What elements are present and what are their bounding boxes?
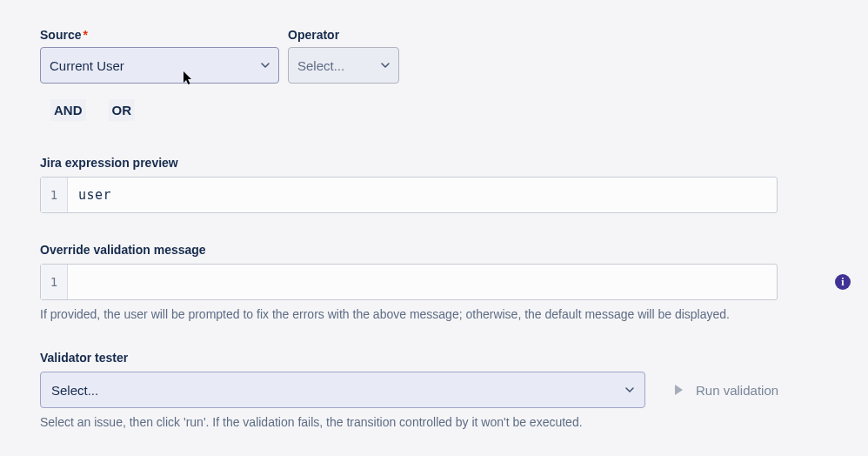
- validator-tester-section: Validator tester Select... Run validatio…: [40, 351, 828, 429]
- logic-operators: AND OR: [40, 99, 828, 121]
- override-label: Override validation message: [40, 243, 828, 257]
- override-helper-text: If provided, the user will be prompted t…: [40, 307, 828, 321]
- chevron-down-icon: [381, 61, 390, 70]
- play-icon: [671, 383, 685, 397]
- or-button[interactable]: OR: [109, 99, 136, 121]
- override-value: [68, 265, 777, 299]
- source-select-value: Current User: [50, 58, 124, 73]
- line-number: 1: [41, 178, 68, 212]
- source-label: Source*: [40, 28, 279, 42]
- override-message-section: Override validation message 1 i If provi…: [40, 243, 828, 321]
- operator-field-group: Operator Select...: [288, 28, 399, 84]
- expression-preview-section: Jira expression preview 1 user: [40, 156, 828, 213]
- operator-placeholder: Select...: [297, 58, 344, 73]
- run-validation-label: Run validation: [696, 383, 778, 398]
- chevron-down-icon: [625, 386, 634, 394]
- source-field-group: Source* Current User: [40, 28, 279, 84]
- line-number: 1: [41, 265, 68, 299]
- source-select[interactable]: Current User: [40, 47, 279, 84]
- run-validation-button[interactable]: Run validation: [663, 376, 787, 405]
- required-asterisk: *: [83, 28, 87, 42]
- expression-preview-box[interactable]: 1 user: [40, 177, 778, 213]
- chevron-down-icon: [261, 61, 270, 70]
- operator-select[interactable]: Select...: [288, 47, 399, 84]
- tester-label: Validator tester: [40, 351, 828, 365]
- mouse-cursor-icon: [183, 70, 195, 86]
- info-icon[interactable]: i: [835, 274, 851, 290]
- source-label-text: Source: [40, 28, 81, 42]
- operator-label: Operator: [288, 28, 399, 42]
- tester-issue-select[interactable]: Select...: [40, 372, 645, 408]
- tester-helper-text: Select an issue, then click 'run'. If th…: [40, 415, 828, 429]
- override-message-input[interactable]: 1: [40, 264, 778, 300]
- expression-code: user: [68, 178, 777, 212]
- expression-preview-label: Jira expression preview: [40, 156, 828, 170]
- and-button[interactable]: AND: [50, 99, 86, 121]
- tester-placeholder: Select...: [51, 383, 98, 398]
